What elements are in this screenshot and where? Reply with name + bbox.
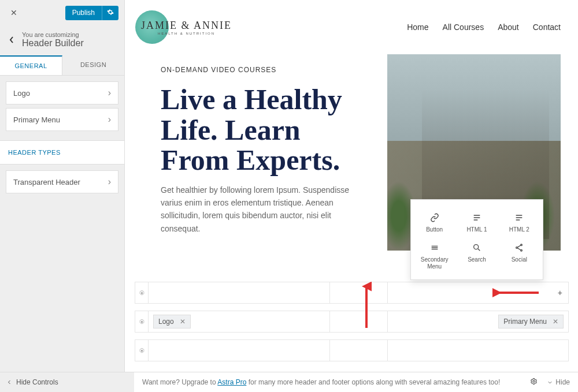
svg-point-1 (521, 244, 523, 246)
chevron-right-icon: › (108, 88, 111, 98)
tab-general[interactable]: GENERAL (0, 55, 62, 75)
popup-item-button[interactable]: Button (413, 208, 455, 238)
tab-design[interactable]: DESIGN (62, 55, 124, 75)
builder-zone-right[interactable]: Primary Menu✕ (388, 311, 569, 333)
control-label: Primary Menu (13, 115, 60, 124)
site-logo[interactable]: JAMIE & ANNIE HEALTH & NUTRITION (135, 10, 232, 44)
chevron-right-icon: › (108, 177, 111, 187)
publish-settings-button[interactable] (102, 6, 118, 20)
astra-pro-link[interactable]: Astra Pro (217, 378, 246, 386)
remove-chip-button[interactable]: ✕ (180, 318, 186, 326)
builder-row-below (135, 339, 569, 361)
svg-point-2 (516, 247, 518, 249)
add-element-button[interactable]: + (558, 288, 562, 297)
popup-item-secondary-menu[interactable]: Secondary Menu (413, 238, 455, 275)
row-settings-button[interactable] (135, 339, 149, 361)
site-header: JAMIE & ANNIE HEALTH & NUTRITION Home Al… (125, 0, 578, 54)
popup-label: Secondary Menu (416, 256, 453, 270)
control-label: Logo (13, 89, 30, 98)
chevron-right-icon: › (108, 114, 111, 125)
svg-point-6 (141, 350, 143, 352)
types-section: Transparent Header › (0, 165, 124, 203)
control-transparent-header[interactable]: Transparent Header › (6, 170, 118, 193)
popup-label: Button (426, 226, 443, 233)
promo-settings-button[interactable] (530, 378, 538, 387)
element-chip-logo[interactable]: Logo✕ (153, 315, 191, 328)
chevron-down-icon (547, 379, 553, 386)
add-element-popup: Button HTML 1 HTML 2 Secondary Menu Sear… (410, 199, 543, 280)
nav-about[interactable]: About (498, 23, 519, 32)
nav-contact[interactable]: Contact (533, 23, 561, 32)
builder-zone-left[interactable] (149, 339, 330, 361)
builder-zone-center[interactable] (330, 311, 388, 333)
builder-zone-left[interactable]: Logo✕ (149, 311, 330, 333)
control-primary-menu[interactable]: Primary Menu › (6, 108, 118, 131)
astra-promo-bar: Want more? Upgrade to Astra Pro for many… (134, 372, 578, 392)
popup-item-html2[interactable]: HTML 2 (498, 208, 540, 238)
popup-label: Search (468, 256, 486, 263)
customizer-sidebar: ✕ Publish You are customizing Header Bui… (0, 0, 125, 392)
nav-courses[interactable]: All Courses (443, 23, 484, 32)
share-icon (514, 242, 524, 253)
builder-zone-center[interactable] (330, 282, 388, 304)
builder-zone-right[interactable] (388, 339, 569, 361)
svg-point-12 (533, 380, 535, 382)
svg-point-4 (141, 292, 143, 294)
close-customizer-button[interactable]: ✕ (6, 5, 22, 21)
hide-controls-label: Hide Controls (16, 378, 58, 386)
row-settings-button[interactable] (135, 282, 149, 304)
control-label: Transparent Header (13, 178, 80, 186)
controls-section: Logo › Primary Menu › (0, 76, 124, 140)
annotation-arrow-right (492, 288, 539, 298)
chip-label: Logo (158, 318, 174, 326)
popup-item-search[interactable]: Search (455, 238, 498, 275)
element-chip-primary-menu[interactable]: Primary Menu✕ (498, 315, 564, 328)
link-icon (429, 212, 440, 223)
popup-item-social[interactable]: Social (498, 238, 540, 275)
gear-icon (139, 348, 145, 354)
chevron-left-icon (9, 36, 14, 44)
gear-icon (139, 319, 145, 325)
customizer-tabs: GENERAL DESIGN (0, 55, 124, 76)
logo-title: JAMIE & ANNIE (141, 20, 232, 32)
builder-row-primary: Logo✕ Primary Menu✕ (135, 311, 569, 333)
hide-controls-button[interactable]: Hide Controls (0, 378, 64, 386)
menu-icon (429, 242, 440, 253)
annotation-arrow-up (361, 282, 372, 328)
svg-point-5 (141, 321, 143, 323)
builder-zone-right[interactable]: + (388, 282, 569, 304)
nav-home[interactable]: Home (407, 23, 428, 32)
control-logo[interactable]: Logo › (6, 81, 118, 104)
hero-heading: Live a Healthy Life. Learn From Experts. (161, 84, 369, 176)
publish-group: Publish (65, 6, 118, 20)
hide-builder-button[interactable]: Hide (547, 378, 570, 386)
popup-label: Social (512, 256, 527, 263)
svg-point-0 (474, 245, 479, 249)
gear-icon (107, 9, 114, 16)
builder-zone-left[interactable] (149, 282, 330, 304)
hero-eyebrow: ON-DEMAND VIDEO COURSES (161, 66, 369, 74)
html-icon (514, 212, 524, 223)
popup-label: HTML 1 (466, 226, 487, 233)
gear-icon (139, 290, 145, 296)
collapse-icon (6, 379, 13, 386)
hero-body: Get healthier by following lorem Ipsum. … (161, 184, 369, 236)
search-icon (472, 242, 482, 253)
back-button[interactable] (6, 34, 17, 46)
builder-zone-center[interactable] (330, 339, 388, 361)
publish-button[interactable]: Publish (65, 6, 102, 20)
popup-item-html1[interactable]: HTML 1 (455, 208, 498, 238)
remove-chip-button[interactable]: ✕ (553, 318, 558, 326)
breadcrumb-context: You are customizing (22, 31, 84, 38)
breadcrumb: You are customizing Header Builder (0, 25, 124, 55)
html-icon (472, 212, 482, 223)
row-settings-button[interactable] (135, 311, 149, 333)
logo-subtitle: HEALTH & NUTRITION (141, 32, 232, 35)
sidebar-top-bar: ✕ Publish (0, 0, 124, 25)
hide-label: Hide (555, 378, 570, 386)
primary-nav: Home All Courses About Contact (407, 23, 561, 32)
page-title: Header Builder (22, 38, 84, 48)
promo-text: Want more? Upgrade to Astra Pro for many… (142, 378, 500, 386)
section-header-types: HEADER TYPES (0, 140, 124, 165)
chip-label: Primary Menu (503, 318, 547, 326)
